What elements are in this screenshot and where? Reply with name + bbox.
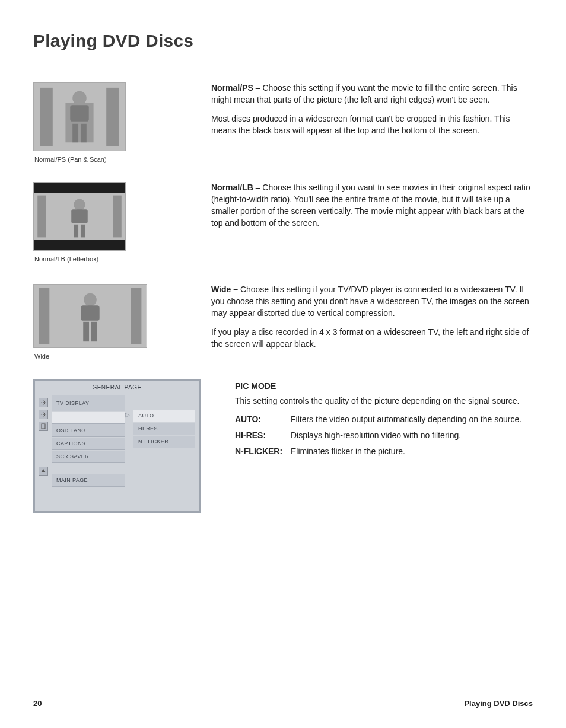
svg-rect-14	[74, 225, 78, 238]
svg-rect-2	[106, 88, 119, 146]
svg-rect-20	[81, 305, 99, 321]
svg-rect-18	[131, 288, 142, 344]
osd-menu: -- GENERAL PAGE -- TV DISPLAY OSD LANG C…	[33, 379, 201, 513]
up-arrow-icon	[39, 467, 48, 476]
gear-icon	[39, 410, 48, 419]
osd-menu-body: TV DISPLAY OSD LANG CAPTIONS SCR SAVER M…	[35, 395, 199, 511]
menu-option-auto[interactable]: ▷AUTO	[133, 410, 195, 422]
svg-rect-27	[42, 424, 45, 429]
text-normal-lb: Normal/LB – Choose this setting if you w…	[211, 182, 533, 237]
svg-rect-5	[70, 105, 88, 122]
para-normal-ps-2: Most discs produced in a widescreen form…	[211, 113, 533, 137]
svg-rect-15	[81, 225, 85, 238]
svg-point-26	[43, 414, 44, 415]
svg-rect-22	[91, 322, 97, 341]
para-normal-lb-1: Normal/LB – Choose this setting if you w…	[211, 182, 533, 229]
body-normal-lb-1: – Choose this setting if you want to see…	[211, 183, 530, 228]
osd-menu-right: ▷AUTO HI-RES N-FLICKER	[129, 395, 199, 511]
menu-item-captions[interactable]: CAPTIONS	[52, 438, 125, 450]
play-arrow-icon: ▷	[125, 411, 130, 418]
picmode-def-auto: AUTO: Filters the video output automatic…	[235, 413, 533, 426]
caption-normal-lb: Normal/LB (Letterbox)	[34, 256, 211, 263]
page-footer: 20 Playing DVD Discs	[33, 694, 533, 708]
menu-item-tv-display[interactable]: TV DISPLAY	[52, 395, 125, 411]
svg-rect-13	[71, 209, 88, 223]
svg-point-24	[43, 402, 44, 403]
text-normal-ps: Normal/PS – Choose this setting if you w…	[211, 82, 533, 144]
svg-rect-10	[37, 196, 46, 238]
picmode-heading: PIC MODE	[235, 380, 533, 392]
thumb-col-normal-ps: Normal/PS (Pan & Scan)	[33, 82, 211, 163]
page-number: 20	[33, 699, 42, 708]
svg-point-12	[74, 199, 85, 211]
picmode-text: PIC MODE This setting controls the quali…	[211, 379, 533, 461]
picmode-label-auto: AUTO:	[235, 413, 291, 426]
para-wide-1: Wide – Choose this setting if your TV/DV…	[211, 284, 533, 320]
svg-rect-7	[81, 124, 87, 142]
title-underline	[33, 55, 533, 55]
menu-col: -- GENERAL PAGE -- TV DISPLAY OSD LANG C…	[33, 379, 211, 513]
section-wide: Wide Wide – Choose this setting if your …	[33, 284, 533, 360]
caption-wide: Wide	[34, 353, 211, 360]
menu-option-hires[interactable]: HI-RES	[133, 423, 195, 435]
svg-rect-1	[40, 88, 53, 146]
osd-menu-icons	[35, 395, 52, 511]
menu-option-nflicker[interactable]: N-FLICKER	[133, 436, 195, 448]
heading-normal-lb: Normal/LB	[211, 183, 253, 192]
picmode-intro: This setting controls the quality of the…	[235, 395, 533, 407]
picmode-val-auto: Filters the video output automatically d…	[291, 413, 533, 426]
osd-menu-left: TV DISPLAY OSD LANG CAPTIONS SCR SAVER M…	[52, 395, 129, 511]
illustration-wide	[34, 285, 147, 347]
svg-point-4	[72, 91, 87, 106]
svg-point-19	[84, 293, 97, 306]
menu-item-selected-blank[interactable]	[52, 412, 125, 424]
svg-rect-17	[39, 288, 50, 344]
text-wide: Wide – Choose this setting if your TV/DV…	[211, 284, 533, 357]
footer-rule	[33, 694, 533, 694]
document-icon	[39, 422, 48, 431]
osd-menu-header: -- GENERAL PAGE --	[35, 381, 199, 395]
menu-option-auto-label: AUTO	[138, 413, 154, 419]
menu-item-scr-saver[interactable]: SCR SAVER	[52, 451, 125, 463]
svg-rect-11	[113, 196, 122, 238]
page-title: Playing DVD Discs	[33, 31, 533, 51]
thumbnail-normal-lb	[33, 182, 126, 251]
gear-icon	[39, 398, 48, 407]
thumbnail-normal-ps	[33, 82, 126, 151]
para-normal-ps-1: Normal/PS – Choose this setting if you w…	[211, 82, 533, 106]
section-normal-lb: Normal/LB (Letterbox) Normal/LB – Choose…	[33, 182, 533, 263]
thumb-col-normal-lb: Normal/LB (Letterbox)	[33, 182, 211, 263]
illustration-normal-ps	[34, 83, 125, 151]
picmode-label-nflicker: N-FLICKER:	[235, 445, 291, 458]
heading-wide: Wide –	[211, 285, 238, 294]
body-normal-ps-1: – Choose this setting if you want the mo…	[211, 83, 517, 104]
caption-normal-ps: Normal/PS (Pan & Scan)	[34, 156, 211, 163]
picmode-label-hires: HI-RES:	[235, 429, 291, 442]
section-normal-ps: Normal/PS (Pan & Scan) Normal/PS – Choos…	[33, 82, 533, 163]
picmode-val-hires: Displays high-resolution video with no f…	[291, 429, 533, 442]
picmode-def-nflicker: N-FLICKER: Eliminates flicker in the pic…	[235, 445, 533, 458]
section-picmode: -- GENERAL PAGE -- TV DISPLAY OSD LANG C…	[33, 379, 533, 513]
body-wide-1: Choose this setting if your TV/DVD playe…	[211, 285, 529, 318]
footer-title: Playing DVD Discs	[464, 699, 533, 708]
menu-item-main-page[interactable]: MAIN PAGE	[52, 474, 125, 487]
heading-normal-ps: Normal/PS	[211, 83, 253, 92]
picmode-def-hires: HI-RES: Displays high-resolution video w…	[235, 429, 533, 442]
illustration-normal-lb	[34, 183, 125, 250]
footer-row: 20 Playing DVD Discs	[33, 699, 533, 708]
para-wide-2: If you play a disc recorded in 4 x 3 for…	[211, 327, 533, 350]
svg-rect-21	[83, 322, 89, 341]
thumb-col-wide: Wide	[33, 284, 211, 360]
svg-rect-6	[72, 124, 78, 142]
menu-item-osd-lang[interactable]: OSD LANG	[52, 424, 125, 437]
picmode-val-nflicker: Eliminates flicker in the picture.	[291, 445, 533, 458]
thumbnail-wide	[33, 284, 147, 348]
